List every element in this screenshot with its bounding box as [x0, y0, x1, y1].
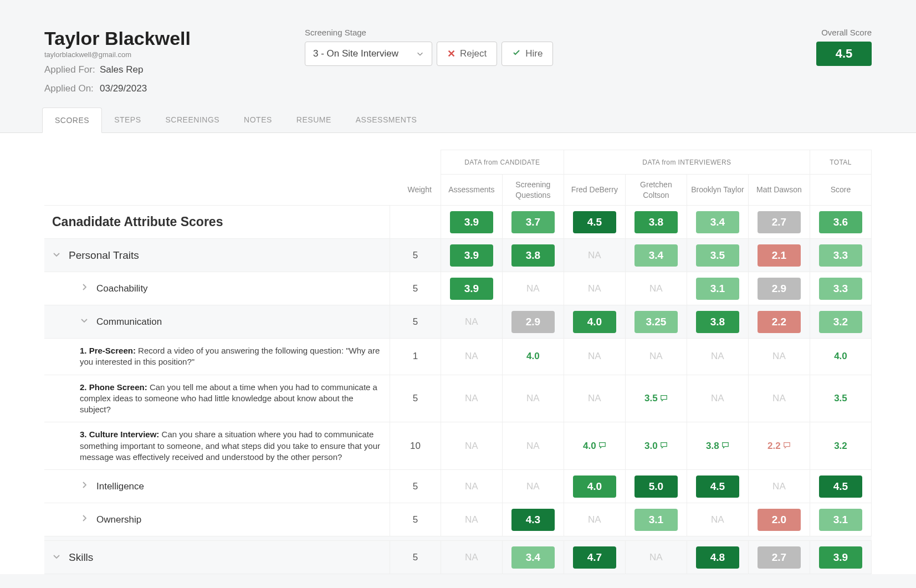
hdr-interviewer-1: Fred DeBerry: [564, 175, 625, 206]
score-text: 2.2: [767, 441, 781, 451]
score-badge: 3.8: [696, 311, 739, 333]
row-q2-phonescreen: 2. Phone Screen: Can you tell me about a…: [44, 375, 872, 422]
scores-table: DATA from CANDIDATE DATA from INTERVIEWE…: [44, 150, 872, 574]
overall-label: Overall Score: [816, 28, 872, 37]
row-ownership[interactable]: Ownership5NA4.3NA3.1NA2.03.1: [44, 503, 872, 536]
score-badge: 4.5: [819, 475, 862, 498]
hdr-interviewers-group: DATA from INTERVIEWERS: [564, 150, 810, 175]
category-label: Skills: [69, 551, 93, 564]
scores-table-wrap: DATA from CANDIDATE DATA from INTERVIEWE…: [0, 133, 916, 574]
chevron-right-icon: [80, 480, 89, 492]
na-value: NA: [465, 393, 478, 403]
na-value: NA: [588, 514, 601, 525]
na-value: NA: [649, 283, 663, 294]
category-label: Personal Traits: [69, 249, 139, 262]
score-text: 3.2: [834, 441, 847, 451]
na-value: NA: [526, 441, 540, 451]
applied-on-label: Applied On:: [44, 83, 100, 94]
score-badge: 3.1: [696, 278, 739, 300]
score-text: 4.0: [526, 351, 540, 361]
na-value: NA: [649, 552, 663, 563]
score-badge: 3.7: [511, 211, 555, 233]
tab-resume[interactable]: RESUME: [284, 108, 344, 132]
score-badge: 3.9: [450, 244, 493, 267]
score-badge: 2.9: [758, 278, 801, 300]
row-skills[interactable]: Skills5NA3.44.7NA4.82.73.9: [44, 541, 872, 574]
score-badge: 3.4: [511, 546, 555, 569]
hdr-candidate-group: DATA from CANDIDATE: [441, 150, 564, 175]
na-value: NA: [465, 441, 478, 451]
score-text: 4.0: [583, 441, 596, 451]
na-value: NA: [588, 250, 601, 260]
score-badge: 3.6: [819, 211, 862, 233]
hdr-assessments: Assessments: [441, 175, 502, 206]
score-badge: 3.8: [634, 211, 678, 233]
row-main: Canadidate Attribute Scores3.93.74.53.83…: [44, 206, 872, 239]
na-value: NA: [711, 514, 724, 525]
attribute-label: Intelligence: [96, 481, 144, 492]
hdr-total-group: TOTAL: [810, 150, 871, 175]
na-value: NA: [772, 393, 786, 403]
stage-select[interactable]: 3 - On Site Interview: [305, 42, 432, 66]
row-q3-culture: 3. Culture Interview: Can you share a si…: [44, 422, 872, 470]
score-badge: 4.5: [696, 475, 739, 498]
row-communication[interactable]: Communication5NA2.94.03.253.82.23.2: [44, 305, 872, 339]
hdr-screening: Screening Questions: [502, 175, 564, 206]
na-value: NA: [465, 481, 478, 492]
overall-badge: 4.5: [816, 42, 872, 66]
spacer-row: [44, 536, 872, 541]
chevron-right-icon: [80, 283, 89, 294]
tab-screenings[interactable]: SCREENINGS: [153, 108, 232, 132]
score-text: 3.5: [834, 393, 847, 403]
row-personal-traits[interactable]: Personal Traits53.93.8NA3.43.52.13.3: [44, 239, 872, 272]
na-value: NA: [588, 283, 601, 294]
reject-button[interactable]: ✕ Reject: [437, 42, 497, 66]
check-icon: [512, 48, 521, 60]
row-intelligence[interactable]: Intelligence5NANA4.05.04.5NA4.5: [44, 470, 872, 503]
score-badge: 2.9: [511, 311, 555, 333]
score-badge: 4.0: [573, 475, 616, 498]
na-value: NA: [526, 481, 540, 492]
na-value: NA: [465, 316, 478, 327]
score-badge: 3.4: [634, 244, 678, 267]
na-value: NA: [588, 351, 601, 361]
attribute-label: Ownership: [96, 514, 141, 525]
score-badge: 3.5: [696, 244, 739, 267]
chevron-down-icon: [52, 551, 61, 564]
chevron-down-icon: [52, 249, 61, 262]
chevron-down-icon: [416, 50, 424, 58]
candidate-name: Taylor Blackwell: [44, 28, 305, 49]
row-q1-prescreen: 1. Pre-Screen: Record a video of you ans…: [44, 339, 872, 375]
hdr-score: Score: [810, 175, 871, 206]
tab-steps[interactable]: STEPS: [102, 108, 153, 132]
stage-select-value: 3 - On Site Interview: [313, 48, 398, 59]
score-badge: 2.2: [758, 311, 801, 333]
score-text: 3.8: [706, 441, 719, 451]
score-badge: 4.5: [573, 211, 616, 233]
na-value: NA: [711, 393, 724, 403]
score-badge: 3.3: [819, 278, 862, 300]
chevron-down-icon: [80, 316, 89, 328]
hdr-interviewer-4: Matt Dawson: [748, 175, 810, 206]
na-value: NA: [465, 351, 478, 361]
score-badge: 3.3: [819, 244, 862, 267]
score-badge: 3.8: [511, 244, 555, 267]
hire-button[interactable]: Hire: [502, 42, 553, 66]
tab-scores[interactable]: SCORES: [42, 108, 102, 133]
na-value: NA: [772, 481, 786, 492]
na-value: NA: [526, 283, 540, 294]
chevron-right-icon: [80, 514, 89, 525]
na-value: NA: [465, 552, 478, 563]
tab-notes[interactable]: NOTES: [232, 108, 284, 132]
na-value: NA: [649, 351, 663, 361]
score-badge: 4.0: [573, 311, 616, 333]
tab-assessments[interactable]: ASSESSMENTS: [344, 108, 429, 132]
score-badge: 4.3: [511, 509, 555, 531]
score-badge: 2.7: [758, 546, 801, 569]
attribute-label: Coachability: [96, 283, 148, 294]
score-badge: 3.4: [696, 211, 739, 233]
score-badge: 3.25: [634, 311, 678, 333]
na-value: NA: [711, 351, 724, 361]
row-coachability[interactable]: Coachability53.9NANANA3.12.93.3: [44, 272, 872, 305]
score-text: 4.0: [834, 351, 847, 361]
